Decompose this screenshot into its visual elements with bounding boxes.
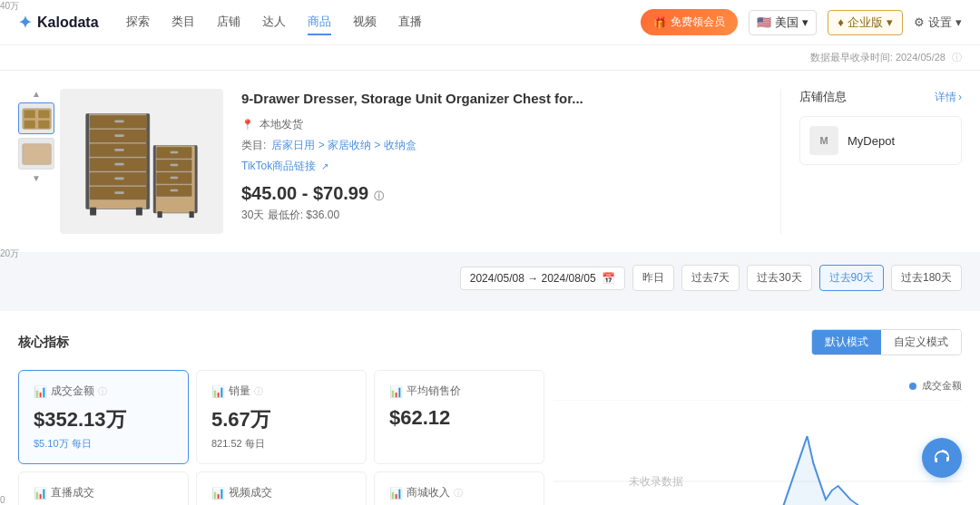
category-row: 类目: 居家日用 > 家居收纳 > 收纳盒: [241, 138, 762, 153]
chevron-down-icon: ▾: [887, 15, 893, 29]
date-btn-yesterday[interactable]: 昨日: [632, 265, 674, 291]
store-label: 店铺信息: [799, 89, 847, 105]
gear-icon: ⚙: [914, 15, 925, 29]
date-btn-90days[interactable]: 过去90天: [819, 265, 884, 291]
svg-rect-3: [24, 120, 34, 128]
headset-icon: [933, 449, 951, 467]
mode-buttons: 默认模式 自定义模式: [811, 329, 962, 355]
chart-container: 成交金额 40万 20万 0 未收录数据: [544, 370, 962, 505]
enterprise-button[interactable]: ♦ 企业版 ▾: [828, 10, 903, 35]
store-card[interactable]: M MyDepot: [799, 116, 962, 165]
help-float-button[interactable]: [922, 438, 962, 478]
chart-svg: [554, 400, 962, 505]
metric-name-video: 视频成交: [229, 485, 272, 500]
header-right: 🎁 免费领会员 🇺🇸 美国 ▾ ♦ 企业版 ▾ ⚙ 设置 ▾: [641, 9, 962, 35]
chart-area: 40万 20万 0 未收录数据: [554, 400, 962, 505]
date-btn-30days[interactable]: 过去30天: [747, 265, 811, 291]
thumbnail-list: ▲ ▼: [18, 89, 54, 234]
nav-product[interactable]: 商品: [308, 10, 331, 35]
store-name: MyDepot: [848, 134, 895, 148]
bar-chart-icon-5: 📊: [211, 487, 225, 500]
chart-legend: 成交金额: [554, 379, 962, 393]
category-link[interactable]: 居家日用 > 家居收纳 > 收纳盒: [271, 138, 416, 153]
thumbnail-2[interactable]: [18, 138, 54, 170]
info-icon: ⓘ: [952, 52, 962, 63]
svg-rect-24: [153, 146, 156, 213]
price-info-icon: ⓘ: [374, 190, 384, 201]
date-btn-7days[interactable]: 过去7天: [681, 265, 740, 291]
data-notice: 数据最早收录时间: 2024/05/28 ⓘ: [0, 45, 980, 71]
price-min: 30天 最低价: $36.00: [241, 208, 762, 223]
metric-header-live: 📊 直播成交: [34, 485, 173, 500]
tiktok-link-row: TikTok商品链接 ↗: [241, 159, 762, 174]
store-logo: M: [809, 126, 838, 155]
metric-card-avg-price: 📊 平均销售价 $62.12: [374, 370, 544, 464]
bar-chart-icon-4: 📊: [34, 487, 47, 500]
image-nav-down[interactable]: ▼: [32, 173, 41, 183]
country-selector[interactable]: 🇺🇸 美国 ▾: [749, 10, 817, 35]
custom-mode-btn[interactable]: 自定义模式: [881, 330, 961, 354]
default-mode-btn[interactable]: 默认模式: [812, 330, 881, 354]
svg-marker-39: [554, 436, 962, 505]
svg-rect-30: [171, 151, 179, 154]
chevron-down-icon: ▾: [956, 15, 962, 29]
svg-rect-35: [190, 211, 194, 218]
svg-rect-33: [171, 189, 179, 192]
settings-button[interactable]: ⚙ 设置 ▾: [914, 15, 962, 31]
metric-header-revenue: 📊 成交金额 ⓘ: [34, 384, 173, 399]
nav-video[interactable]: 视频: [353, 10, 377, 35]
product-card: ▲ ▼: [18, 89, 962, 234]
header: ✦ Kalodata 探索 类目 店铺 达人 商品 视频 直播 🎁 免费领会员 …: [0, 0, 980, 45]
logo[interactable]: ✦ Kalodata: [18, 13, 99, 33]
metric-value-sales: 5.67万: [211, 406, 351, 433]
svg-rect-16: [114, 134, 124, 137]
nav-category[interactable]: 类目: [172, 10, 195, 35]
svg-rect-15: [114, 121, 124, 123]
metric-card-live: 📊 直播成交 $291.41万 $4.22万 每日: [18, 471, 189, 505]
product-section: ▲ ▼: [0, 71, 980, 252]
store-detail-link[interactable]: 详情 ›: [935, 90, 962, 105]
metric-name-live: 直播成交: [51, 485, 94, 500]
bar-chart-icon-3: 📊: [389, 385, 403, 398]
metric-card-store-income: 📊 商城收入 ⓘ $1.34万 $194.21 每日: [374, 471, 544, 505]
image-nav-up[interactable]: ▲: [32, 89, 41, 99]
svg-rect-20: [114, 191, 124, 194]
price-range: $45.00 - $70.99 ⓘ: [241, 183, 762, 204]
free-member-button[interactable]: 🎁 免费领会员: [641, 9, 738, 35]
store-header: 店铺信息 详情 ›: [799, 89, 962, 105]
logo-icon: ✦: [18, 13, 32, 33]
external-link-icon: ↗: [321, 161, 328, 171]
svg-rect-22: [136, 208, 142, 216]
svg-rect-17: [114, 149, 124, 151]
metric-cards: 📊 成交金额 ⓘ $352.13万 $5.10万 每日 📊 销量 ⓘ 5.67万: [18, 370, 544, 505]
product-meta: 📍 本地发货 类目: 居家日用 > 家居收纳 > 收纳盒 TikTok商品链接 …: [241, 117, 762, 174]
thumbnail-1[interactable]: [18, 102, 54, 134]
svg-rect-19: [114, 178, 124, 180]
nav-store[interactable]: 店铺: [217, 10, 240, 35]
no-data-label: 未收录数据: [629, 474, 683, 490]
gift-icon: 🎁: [653, 16, 667, 29]
metric-card-revenue: 📊 成交金额 ⓘ $352.13万 $5.10万 每日: [18, 370, 189, 464]
chevron-down-icon: ▾: [802, 15, 808, 29]
legend-dot: [909, 383, 916, 390]
metric-header-video: 📊 视频成交: [211, 485, 351, 500]
metric-header-store-income: 📊 商城收入 ⓘ: [389, 485, 529, 500]
metric-name-avg-price: 平均销售价: [407, 384, 461, 399]
tiktok-product-link[interactable]: TikTok商品链接: [241, 159, 316, 174]
svg-rect-25: [195, 146, 198, 213]
svg-rect-18: [114, 163, 124, 166]
diamond-icon: ♦: [838, 15, 844, 29]
nav-talent[interactable]: 达人: [262, 10, 286, 35]
date-range-picker[interactable]: 2024/05/08 → 2024/08/05 📅: [460, 267, 625, 290]
svg-rect-1: [24, 110, 34, 118]
metrics-header: 核心指标 默认模式 自定义模式: [18, 329, 962, 355]
product-info: 9-Drawer Dresser, Storage Unit Organizer…: [241, 89, 762, 234]
svg-rect-31: [171, 164, 179, 167]
svg-rect-34: [158, 211, 162, 218]
nav-live[interactable]: 直播: [398, 10, 422, 35]
metric-value-avg-price: $62.12: [389, 406, 529, 430]
metric-card-video: 📊 视频成交 $59.38万 $8,606.20 每日: [196, 471, 367, 505]
nav-explore[interactable]: 探索: [126, 10, 150, 35]
metric-info-icon: ⓘ: [98, 385, 107, 398]
date-btn-180days[interactable]: 过去180天: [891, 265, 962, 291]
